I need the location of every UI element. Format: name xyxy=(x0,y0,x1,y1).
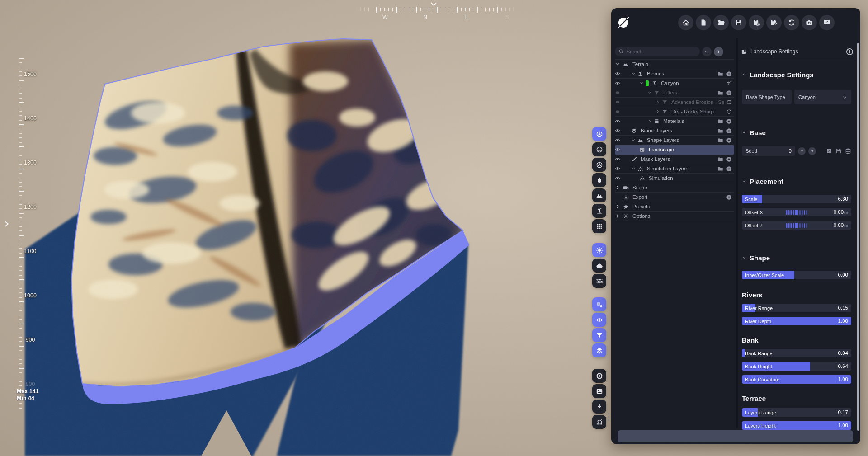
folder-button[interactable] xyxy=(717,90,724,96)
tree-item-export[interactable]: Export xyxy=(615,193,734,202)
tree-item-dry-rocky-sharp[interactable]: Dry - Rocky Sharp xyxy=(615,107,734,117)
folder-button[interactable] xyxy=(717,137,724,143)
increment-button[interactable] xyxy=(808,147,816,155)
tree-item-simulation-layers[interactable]: Simulation Layers xyxy=(615,164,734,174)
slider-bank-curvature[interactable]: Bank Curvature1.00 xyxy=(742,375,851,384)
folder-button[interactable] xyxy=(717,128,724,134)
expand-toggle[interactable] xyxy=(615,204,623,209)
panel-footer-bar[interactable] xyxy=(618,430,853,442)
island-button[interactable] xyxy=(592,204,606,218)
visibility-toggle[interactable] xyxy=(615,90,623,95)
visibility-toggle[interactable] xyxy=(615,80,623,86)
save-button[interactable] xyxy=(835,148,842,154)
help-button[interactable]: ? xyxy=(819,15,835,30)
grid-button[interactable] xyxy=(592,219,606,233)
expand-toggle[interactable] xyxy=(639,81,646,85)
section-title-landscape-settings[interactable]: Landscape Settings xyxy=(742,70,851,79)
save-button[interactable] xyxy=(731,15,746,30)
expand-toggle[interactable] xyxy=(656,100,662,104)
expand-toggle[interactable] xyxy=(631,166,637,171)
tree-item-options[interactable]: Options xyxy=(615,212,734,221)
search-go-button[interactable] xyxy=(714,47,723,56)
visibility-toggle[interactable] xyxy=(615,71,623,76)
slider-bank-height[interactable]: Bank Height0.64 xyxy=(742,362,851,371)
expand-toggle[interactable] xyxy=(656,109,662,114)
add-button[interactable] xyxy=(725,118,732,124)
layers-add-button[interactable] xyxy=(725,80,732,86)
tree-item-shape-layers[interactable]: Shape Layers xyxy=(615,136,734,145)
circle-peak-button[interactable] xyxy=(592,158,606,172)
add-button[interactable] xyxy=(725,194,732,200)
circle-mountain-button[interactable] xyxy=(592,142,606,156)
layers-button[interactable] xyxy=(592,343,606,357)
tree-item-biome-layers[interactable]: Biome Layers xyxy=(615,126,734,136)
expand-toggle[interactable] xyxy=(615,61,623,67)
tree-item-materials[interactable]: Materials xyxy=(615,117,734,126)
expand-toggle[interactable] xyxy=(647,119,654,123)
eye-button[interactable] xyxy=(592,313,606,327)
mountain-button[interactable] xyxy=(592,188,606,202)
search-options-button[interactable] xyxy=(702,47,712,56)
droplet-button[interactable] xyxy=(592,173,606,187)
tree-item-presets[interactable]: Presets xyxy=(615,202,734,212)
photo-button[interactable] xyxy=(592,384,606,398)
new-file-button[interactable] xyxy=(696,15,711,30)
waves-button[interactable] xyxy=(592,274,606,288)
tree-item-advanced-erosion-se[interactable]: Advanced Erosion - Se xyxy=(615,98,734,107)
sync-button[interactable] xyxy=(784,15,799,30)
refresh-button[interactable] xyxy=(725,99,732,105)
left-panel-expand-chevron-icon[interactable] xyxy=(4,221,9,227)
steering-button[interactable] xyxy=(592,127,606,141)
compass-strip[interactable]: WNES xyxy=(356,2,517,24)
expand-toggle[interactable] xyxy=(647,90,654,95)
panel-resize-grip[interactable] xyxy=(608,413,609,421)
section-title-shape[interactable]: Shape xyxy=(742,253,851,262)
visibility-toggle[interactable] xyxy=(615,137,623,143)
slider-layers-height[interactable]: Layers Height1.00 xyxy=(742,421,851,430)
expand-toggle[interactable] xyxy=(631,138,637,142)
settings-scrollbar[interactable] xyxy=(857,43,859,431)
folder-button[interactable] xyxy=(717,118,724,124)
folder-button[interactable] xyxy=(717,166,724,172)
add-button[interactable] xyxy=(725,166,732,172)
save-add-button[interactable] xyxy=(749,15,764,30)
slider-layers-range[interactable]: Layers Range0.17 xyxy=(742,408,851,417)
decrement-button[interactable] xyxy=(798,147,806,155)
tree-item-terrain[interactable]: Terrain xyxy=(615,60,734,69)
camera-button[interactable] xyxy=(802,15,817,30)
add-button[interactable] xyxy=(725,137,732,143)
slider-inner-outer-scale[interactable]: Inner/Outer Scale0.00 xyxy=(742,271,851,279)
tree-item-mask-layers[interactable]: Mask Layers xyxy=(615,155,734,164)
folder-button[interactable] xyxy=(717,71,724,77)
visibility-toggle[interactable] xyxy=(615,166,623,171)
sun-button[interactable] xyxy=(592,243,606,257)
visibility-toggle[interactable] xyxy=(615,99,623,105)
search-field[interactable] xyxy=(615,47,700,56)
visibility-toggle[interactable] xyxy=(615,156,623,162)
refresh-button[interactable] xyxy=(725,109,732,115)
panel-info-button[interactable] xyxy=(845,47,854,56)
cloud-button[interactable] xyxy=(592,259,606,273)
stats-button[interactable] xyxy=(592,415,606,429)
visibility-toggle[interactable] xyxy=(615,147,623,152)
record-button[interactable] xyxy=(592,369,606,383)
database-button[interactable] xyxy=(845,148,851,154)
slider-scale[interactable]: Scale6.30 xyxy=(742,195,851,203)
save-edit-button[interactable] xyxy=(766,15,782,30)
section-title-placement[interactable]: Placement xyxy=(742,177,851,186)
expand-toggle[interactable] xyxy=(615,213,623,219)
gears-button[interactable] xyxy=(592,297,606,311)
slider-offset-x[interactable]: Offset X0.00m xyxy=(742,208,851,216)
tree-item-landscape[interactable]: Landscape xyxy=(615,145,734,155)
download-button[interactable] xyxy=(592,400,606,414)
visibility-toggle[interactable] xyxy=(615,118,623,124)
funnel-button[interactable] xyxy=(592,328,606,342)
expand-toggle[interactable] xyxy=(615,185,623,190)
add-button[interactable] xyxy=(725,128,732,134)
slider-offset-z[interactable]: Offset Z0.00m xyxy=(742,221,851,230)
tree-item-canyon[interactable]: Canyon xyxy=(615,79,734,88)
tree-item-filters[interactable]: Filters xyxy=(615,88,734,98)
add-button[interactable] xyxy=(725,71,732,77)
slider-bank-range[interactable]: Bank Range0.04 xyxy=(742,349,851,357)
home-button[interactable] xyxy=(678,15,693,30)
